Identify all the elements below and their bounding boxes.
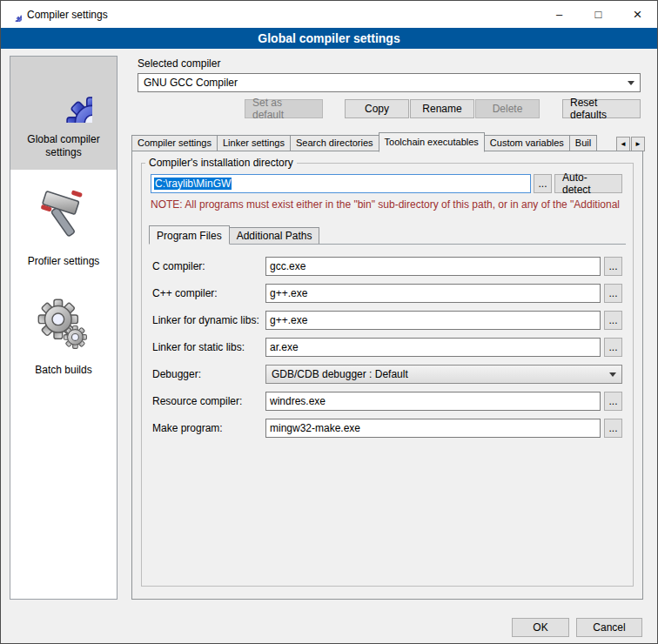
subtab-additional-paths[interactable]: Additional Paths (229, 227, 320, 244)
field-row-cpp-compiler: C++ compiler: ... (152, 284, 622, 303)
field-row-static-linker: Linker for static libs: ... (152, 338, 622, 357)
resource-compiler-input[interactable] (265, 392, 601, 411)
minimize-button[interactable]: – (540, 1, 579, 28)
browse-directory-button[interactable]: ... (534, 174, 552, 193)
sidebar-item-global-compiler-settings[interactable]: Global compiler settings (10, 57, 117, 170)
field-row-c-compiler: C compiler: ... (152, 257, 622, 276)
window-controls: – □ × (540, 1, 657, 28)
browse-resource-compiler-button[interactable]: ... (604, 392, 622, 411)
titlebar[interactable]: Compiler settings – □ × (1, 1, 657, 28)
sidebar-item-label: Global compiler settings (13, 133, 114, 159)
settings-sidebar: Global compiler settings Profiler settin… (10, 56, 118, 600)
field-label: C compiler: (152, 260, 262, 272)
reset-defaults-button[interactable]: Reset defaults (562, 99, 641, 118)
tab-build-options[interactable]: Buil (569, 135, 597, 151)
sidebar-item-label: Batch builds (35, 364, 91, 377)
browse-make-program-button[interactable]: ... (604, 419, 622, 438)
blue-gear-icon (35, 65, 92, 123)
field-label: Resource compiler: (152, 395, 262, 407)
program-fields: C compiler: ... C++ compiler: ... Linker… (142, 245, 633, 438)
set-as-default-button[interactable]: Set as default (245, 99, 323, 118)
main-panel: Selected compiler GNU GCC Compiler Set a… (127, 55, 649, 601)
browse-static-linker-button[interactable]: ... (604, 338, 622, 357)
note-text: NOTE: All programs must exist either in … (151, 198, 624, 211)
cpp-compiler-input[interactable] (265, 284, 601, 303)
field-label: Debugger: (152, 368, 262, 380)
field-label: C++ compiler: (152, 287, 262, 299)
settings-tabstrip: Compiler settings Linker settings Search… (131, 131, 645, 151)
tab-custom-variables[interactable]: Custom variables (484, 135, 570, 151)
selected-compiler-combo[interactable]: GNU GCC Compiler (138, 73, 641, 92)
make-program-input[interactable] (265, 419, 601, 438)
installation-directory-input[interactable]: C:\raylib\MinGW (151, 174, 531, 193)
chevron-down-icon (609, 372, 616, 377)
rename-button[interactable]: Rename (410, 99, 474, 118)
field-row-debugger: Debugger: GDB/CDB debugger : Default (152, 365, 622, 384)
browse-c-compiler-button[interactable]: ... (604, 257, 622, 276)
selected-compiler-value: GNU GCC Compiler (144, 77, 622, 89)
tab-scroll-left-icon[interactable]: ◄ (616, 137, 630, 151)
maximize-button[interactable]: □ (579, 1, 618, 28)
tab-linker-settings[interactable]: Linker settings (217, 135, 291, 151)
browse-dynamic-linker-button[interactable]: ... (604, 311, 622, 330)
tab-search-directories[interactable]: Search directories (290, 135, 379, 151)
window-title: Compiler settings (27, 9, 108, 21)
selected-compiler-label: Selected compiler (138, 57, 220, 70)
sidebar-item-label: Profiler settings (28, 255, 100, 268)
field-row-make-program: Make program: ... (152, 419, 622, 438)
auto-detect-button[interactable]: Auto-detect (554, 174, 622, 193)
delete-button[interactable]: Delete (475, 99, 540, 118)
installation-directory-row: C:\raylib\MinGW ... Auto-detect (151, 174, 622, 193)
app-gear-icon (8, 8, 22, 22)
chevron-down-icon (628, 81, 634, 85)
tab-scroll-right-icon[interactable]: ► (631, 137, 645, 151)
debugger-combo[interactable]: GDB/CDB debugger : Default (265, 365, 622, 384)
c-compiler-input[interactable] (265, 257, 601, 276)
page-title: Global compiler settings (1, 28, 657, 49)
field-label: Linker for static libs: (152, 341, 262, 353)
tab-toolchain-executables[interactable]: Toolchain executables (379, 132, 485, 152)
dialog-footer: OK Cancel (512, 618, 642, 637)
group-label: Compiler's installation directory (145, 157, 297, 169)
tab-scroll-arrows: ◄ ► (616, 137, 645, 151)
dynamic-linker-input[interactable] (265, 311, 601, 330)
programs-subtabs: Program Files Additional Paths (149, 225, 626, 245)
tab-compiler-settings[interactable]: Compiler settings (131, 135, 218, 151)
subtab-program-files[interactable]: Program Files (149, 225, 230, 245)
field-row-dynamic-linker: Linker for dynamic libs: ... (152, 311, 622, 330)
field-row-resource-compiler: Resource compiler: ... (152, 392, 622, 411)
toolchain-executables-panel: Compiler's installation directory C:\ray… (131, 151, 643, 600)
copy-button[interactable]: Copy (345, 99, 409, 118)
ok-button[interactable]: OK (512, 618, 569, 637)
selected-text: C:\raylib\MinGW (154, 178, 232, 190)
static-linker-input[interactable] (265, 338, 601, 357)
field-label: Linker for dynamic libs: (152, 314, 262, 326)
cancel-button[interactable]: Cancel (576, 618, 642, 637)
debugger-value: GDB/CDB debugger : Default (272, 368, 604, 380)
field-label: Make program: (152, 422, 262, 434)
compiler-settings-window: Compiler settings – □ × Global compiler … (0, 0, 658, 644)
compiler-buttons-row: Set as default Copy Rename Delete Reset … (138, 99, 641, 118)
sidebar-item-profiler-settings[interactable]: Profiler settings (10, 178, 117, 278)
close-button[interactable]: × (618, 1, 657, 28)
browse-cpp-compiler-button[interactable]: ... (604, 284, 622, 303)
gray-gears-icon (35, 296, 92, 353)
installation-directory-group: Compiler's installation directory C:\ray… (141, 157, 634, 587)
tabs-region: Compiler settings Linker settings Search… (131, 132, 614, 151)
hammer-icon (35, 187, 92, 245)
sidebar-item-batch-builds[interactable]: Batch builds (10, 287, 117, 387)
